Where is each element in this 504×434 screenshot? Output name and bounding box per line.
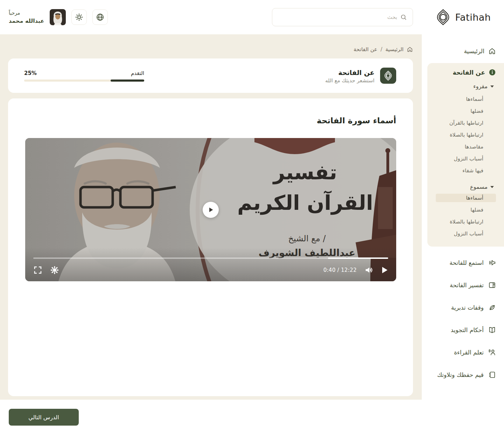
volume-button[interactable] [364, 266, 373, 275]
user-area: مرحباً عبدالله محمد [0, 9, 108, 25]
lesson-card: أسماء سورة الفاتحة [8, 98, 413, 396]
lesson-title: أسماء سورة الفاتحة [25, 116, 396, 125]
play-button-bar[interactable] [381, 266, 388, 274]
sidebar-group-audio[interactable]: مسموع [427, 184, 494, 190]
sidebar-item-read-revelation[interactable]: أسباب النزول [427, 153, 496, 165]
progress-card-subtitle: استشعر حديثك مع الله [325, 77, 374, 84]
sidebar-item-read-prayer-link[interactable]: ارتباطها بالصلاة [427, 129, 496, 141]
play-button-center[interactable] [203, 202, 219, 218]
avatar[interactable] [50, 9, 66, 25]
video-settings-button[interactable] [50, 266, 59, 275]
tafsir-label: تفسير الفاتحة [450, 282, 484, 289]
tajweed-label: أحكام التجويد [451, 326, 484, 333]
page: Fatihah [0, 0, 504, 434]
fatihah-logo-icon [435, 9, 451, 25]
sidebar-group-read[interactable]: مقروء [427, 83, 494, 90]
sidebar-item-audio-revelation[interactable]: أسباب النزول [427, 228, 496, 240]
sidebar-item-read-quran-link[interactable]: ارتباطها بالقرآن [427, 117, 496, 129]
sidebar-item-listen-fatihah[interactable]: استمع للفاتحة [422, 252, 504, 274]
sidebar-home-label: الرئيسية [464, 48, 484, 55]
open-book-icon [488, 326, 496, 334]
progress-fill [111, 80, 144, 82]
home-icon [488, 47, 496, 55]
main-content: الرئيسية / عن الفاتحة عن الفاتحة [0, 34, 422, 400]
breadcrumb-separator: / [380, 46, 382, 53]
settings-button[interactable] [71, 9, 87, 25]
shell: الرئيسية عن الفاتحة مقروء [0, 34, 504, 400]
notebook-icon [488, 371, 496, 379]
sidebar-item-read-purposes[interactable]: مقاصدها [427, 141, 496, 153]
breadcrumb-home-icon [407, 46, 413, 53]
sidebar-about-section: عن الفاتحة مقروء أسماءها فضلها ارتباطها … [427, 63, 504, 247]
leaf-icon [488, 304, 496, 311]
progress-label: التقدم [131, 70, 144, 76]
thumb-title-line1: تفسير [272, 160, 337, 185]
sidebar-item-home[interactable]: الرئيسية [422, 43, 504, 59]
progress-card: عن الفاتحة استشعر حديثك مع الله التقدم 2… [8, 58, 413, 93]
chevron-down-icon [490, 186, 494, 188]
next-lesson-button[interactable]: الدرس التالي [9, 409, 79, 426]
greeting: مرحباً عبدالله محمد [9, 9, 44, 25]
sidebar: الرئيسية عن الفاتحة مقروء [422, 34, 504, 400]
sidebar-item-learn-reading[interactable]: تعلم القراءة [422, 341, 504, 364]
sidebar-item-audio-names-active[interactable]: أسماءها [436, 194, 496, 202]
progress-card-header: عن الفاتحة استشعر حديثك مع الله [325, 68, 396, 84]
gear-icon [75, 13, 83, 21]
breadcrumb-current: عن الفاتحة [354, 46, 377, 53]
listen-label: استمع للفاتحة [449, 259, 484, 266]
sidebar-item-read-names[interactable]: أسماءها [427, 93, 496, 105]
sidebar-item-evaluate[interactable]: قيم حفظك وتلاوتك [422, 364, 504, 386]
brand-name: Fatihah [455, 12, 491, 23]
sidebar-item-tajweed[interactable]: أحكام التجويد [422, 319, 504, 341]
sidebar-item-audio-prayer-link[interactable]: ارتباطها بالصلاة [427, 216, 496, 228]
group-read-label: مقروء [473, 83, 488, 90]
search-input[interactable] [278, 14, 397, 20]
sidebar-item-tafsir-fatihah[interactable]: تفسير الفاتحة [422, 274, 504, 296]
chevron-down-icon [490, 85, 494, 88]
reflections-label: وقفات تدبرية [451, 304, 484, 311]
breadcrumb-home[interactable]: الرئيسية [385, 46, 404, 53]
greeting-hello: مرحباً [9, 9, 44, 16]
info-icon [489, 69, 496, 76]
video-player[interactable]: تفسير القرآن الكريم مع الشيخ / عبداللطيف… [25, 138, 396, 281]
video-time: 0:40 / 12:22 [323, 267, 357, 273]
progress-value: 25% [24, 70, 37, 76]
person-speaking-icon [488, 349, 496, 356]
progress-track [24, 80, 144, 82]
search-icon [400, 14, 407, 21]
footer: الدرس التالي [0, 400, 504, 434]
layout-book-icon [488, 281, 496, 289]
brand[interactable]: Fatihah [422, 9, 504, 25]
header: Fatihah [0, 0, 504, 34]
video-controls: 0:40 / 12:22 [33, 264, 388, 276]
sidebar-item-about-fatihah[interactable]: عن الفاتحة [427, 69, 496, 76]
sidebar-links: استمع للفاتحة تفسير الفاتحة [422, 252, 504, 386]
globe-icon [96, 13, 104, 21]
evaluate-label: قيم حفظك وتلاوتك [437, 371, 484, 378]
group-audio-label: مسموع [470, 184, 488, 190]
speaker-icon [488, 259, 496, 267]
sidebar-item-reflections[interactable]: وقفات تدبرية [422, 296, 504, 319]
learn-reading-label: تعلم القراءة [454, 349, 484, 356]
fatihah-badge-icon [380, 68, 396, 84]
progress-box: التقدم 25% [24, 70, 144, 82]
progress-card-title: عن الفاتحة [325, 68, 374, 78]
sidebar-item-read-healing[interactable]: فيها شفاء [427, 165, 496, 177]
greeting-name: عبدالله محمد [9, 17, 44, 25]
thumb-title-line2: القرآن الكريم [237, 190, 373, 215]
video-seekbar[interactable] [33, 257, 388, 259]
breadcrumb: الرئيسية / عن الفاتحة [8, 46, 413, 53]
about-title-label: عن الفاتحة [453, 69, 485, 76]
sidebar-item-audio-virtue[interactable]: فضلها [427, 204, 496, 216]
thumb-sub-line1: مع الشيخ / [288, 234, 326, 243]
search-bar[interactable] [272, 8, 413, 26]
language-button[interactable] [92, 9, 108, 25]
progress-card-titles: عن الفاتحة استشعر حديثك مع الله [325, 68, 374, 84]
video-seekbar-played [328, 257, 388, 259]
sidebar-item-read-virtue[interactable]: فضلها [427, 105, 496, 117]
fullscreen-button[interactable] [33, 266, 42, 275]
